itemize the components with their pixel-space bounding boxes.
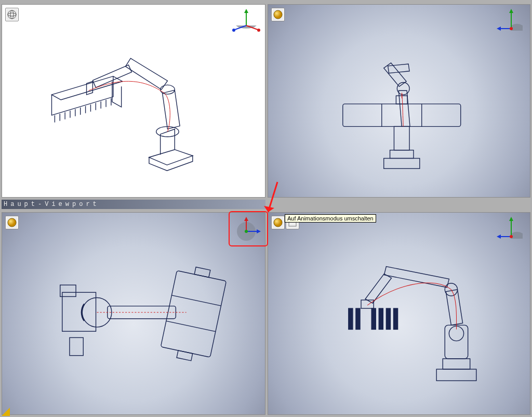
svg-rect-42	[437, 369, 477, 381]
viewport-bottom-right[interactable]	[268, 212, 530, 415]
viewport-content	[268, 5, 530, 197]
axis-gizmo-side[interactable]	[497, 216, 526, 242]
main-viewport-label: Haupt-Viewport	[2, 200, 265, 209]
svg-marker-40	[257, 229, 261, 233]
svg-point-24	[510, 27, 513, 30]
svg-rect-13	[394, 126, 409, 150]
svg-rect-11	[383, 158, 419, 168]
svg-rect-30	[161, 271, 226, 358]
robot-iso-drawing	[31, 24, 236, 178]
viewport-top-left[interactable]	[2, 4, 265, 198]
viewport-content	[2, 213, 265, 414]
svg-point-10	[232, 29, 235, 32]
svg-marker-21	[509, 9, 513, 13]
svg-point-1	[160, 85, 175, 94]
robot-top-drawing	[29, 234, 239, 393]
axis-gizmo-iso[interactable]	[232, 8, 261, 34]
svg-point-60	[510, 235, 513, 238]
shaded-mode-icon[interactable]	[5, 216, 19, 229]
resize-handle-icon[interactable]	[2, 408, 10, 416]
svg-rect-44	[445, 325, 468, 359]
shaded-mode-icon[interactable]	[271, 216, 285, 229]
svg-rect-51	[379, 308, 383, 329]
svg-point-35	[8, 218, 16, 227]
svg-marker-62	[264, 206, 274, 212]
robot-front-drawing	[297, 24, 502, 178]
svg-point-4	[10, 10, 14, 19]
svg-point-41	[245, 230, 248, 233]
viewport-content	[2, 5, 265, 197]
svg-rect-34	[177, 350, 193, 361]
svg-point-14	[397, 82, 409, 95]
svg-rect-43	[443, 359, 470, 369]
svg-rect-49	[356, 308, 360, 329]
svg-rect-27	[70, 338, 83, 356]
svg-marker-57	[509, 217, 513, 221]
tooltip: Auf Animationsmodus umschalten	[285, 214, 376, 223]
shaded-mode-icon[interactable]	[271, 8, 285, 21]
svg-rect-53	[394, 308, 398, 329]
svg-rect-47	[361, 300, 374, 308]
svg-rect-52	[387, 308, 391, 329]
axis-gizmo-front[interactable]	[497, 8, 526, 34]
svg-point-54	[274, 218, 282, 227]
svg-marker-38	[244, 217, 248, 221]
svg-marker-59	[497, 234, 501, 239]
svg-line-32	[166, 321, 215, 332]
viewport-top-right[interactable]	[268, 4, 530, 198]
viewport-grid: Haupt-Viewport	[0, 0, 532, 417]
svg-marker-6	[244, 9, 248, 13]
svg-point-19	[274, 10, 282, 19]
svg-marker-23	[497, 27, 501, 31]
svg-rect-33	[194, 267, 210, 278]
robot-side-drawing	[294, 235, 503, 392]
axis-gizmo-top[interactable]	[232, 216, 261, 242]
wireframe-mode-icon[interactable]	[5, 8, 19, 21]
viewport-bottom-left[interactable]	[2, 212, 265, 415]
svg-rect-48	[349, 308, 353, 329]
svg-point-3	[8, 13, 16, 16]
svg-point-8	[257, 29, 260, 32]
svg-rect-50	[372, 308, 376, 329]
svg-rect-12	[390, 150, 413, 159]
svg-line-31	[171, 295, 221, 306]
svg-point-2	[8, 10, 16, 19]
viewport-content	[268, 213, 530, 414]
